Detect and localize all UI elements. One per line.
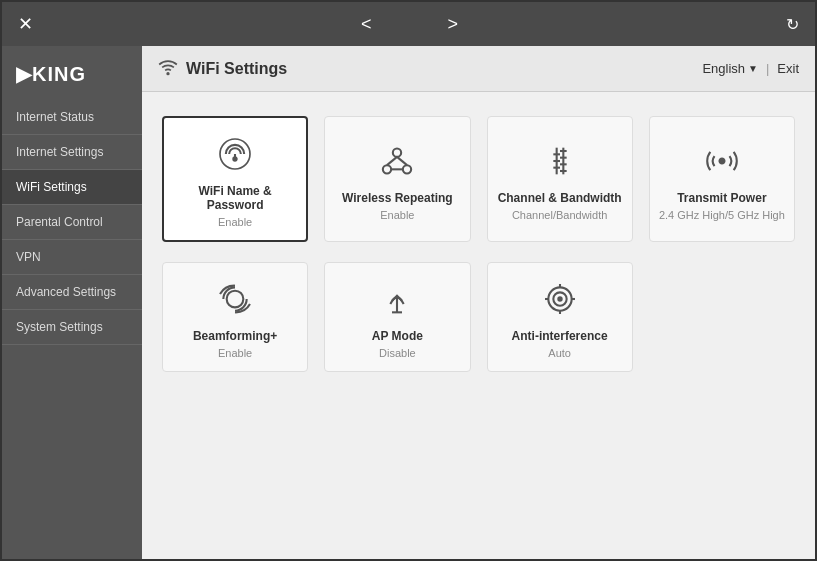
grid-item-transmit-power[interactable]: Transmit Power 2.4 GHz High/5 GHz High (649, 116, 795, 242)
header-divider: | (766, 61, 769, 76)
grid-item-beamforming[interactable]: Beamforming+ Enable (162, 262, 308, 372)
right-panel: WiFi Settings English ▼ | Exit (142, 46, 815, 559)
ap-mode-label: AP Mode (372, 329, 423, 343)
svg-point-5 (383, 165, 391, 173)
sidebar-item-system-settings[interactable]: System Settings (2, 310, 142, 345)
svg-point-4 (403, 165, 411, 173)
anti-interference-icon (540, 279, 580, 319)
app-window: ✕ < > ↻ ▶KING Internet Status Internet S… (0, 0, 817, 561)
main-content: ▶KING Internet Status Internet Settings … (2, 46, 815, 559)
panel-title: WiFi Settings (186, 60, 287, 78)
wireless-repeating-icon (377, 141, 417, 181)
wifi-name-password-icon (215, 134, 255, 174)
svg-point-3 (393, 149, 401, 157)
grid-item-wireless-repeating[interactable]: Wireless Repeating Enable (324, 116, 470, 242)
sidebar-item-wifi-settings[interactable]: WiFi Settings (2, 170, 142, 205)
anti-interference-label: Anti-interference (512, 329, 608, 343)
wifi-name-password-label: WiFi Name & Password (172, 184, 298, 212)
panel-title-area: WiFi Settings (158, 57, 287, 81)
svg-point-2 (233, 157, 236, 160)
panel-header-right: English ▼ | Exit (702, 61, 799, 76)
channel-bandwidth-icon (540, 141, 580, 181)
wireless-repeating-label: Wireless Repeating (342, 191, 453, 205)
beamforming-sub: Enable (218, 347, 252, 359)
refresh-button[interactable]: ↻ (786, 15, 799, 34)
language-selector[interactable]: English ▼ (702, 61, 758, 76)
anti-interference-sub: Auto (548, 347, 571, 359)
svg-point-18 (719, 159, 724, 164)
sidebar-item-parental-control[interactable]: Parental Control (2, 205, 142, 240)
language-label: English (702, 61, 745, 76)
svg-point-0 (167, 72, 169, 74)
svg-point-19 (227, 291, 244, 308)
grid-item-ap-mode[interactable]: AP Mode Disable (324, 262, 470, 372)
forward-button[interactable]: > (440, 10, 467, 39)
close-button[interactable]: ✕ (18, 13, 33, 35)
grid-item-channel-bandwidth[interactable]: Channel & Bandwidth Channel/Bandwidth (487, 116, 633, 242)
language-arrow-icon: ▼ (748, 63, 758, 74)
transmit-power-sub: 2.4 GHz High/5 GHz High (659, 209, 785, 221)
svg-line-6 (387, 157, 397, 165)
transmit-power-icon (702, 141, 742, 181)
beamforming-label: Beamforming+ (193, 329, 277, 343)
sidebar-item-internet-status[interactable]: Internet Status (2, 100, 142, 135)
grid-item-wifi-name-password[interactable]: WiFi Name & Password Enable (162, 116, 308, 242)
panel-header: WiFi Settings English ▼ | Exit (142, 46, 815, 92)
transmit-power-label: Transmit Power (677, 191, 766, 205)
sidebar-item-vpn[interactable]: VPN (2, 240, 142, 275)
beamforming-icon (215, 279, 255, 319)
sidebar-item-advanced-settings[interactable]: Advanced Settings (2, 275, 142, 310)
sidebar: ▶KING Internet Status Internet Settings … (2, 46, 142, 559)
channel-bandwidth-sub: Channel/Bandwidth (512, 209, 607, 221)
wireless-repeating-sub: Enable (380, 209, 414, 221)
wifi-name-password-sub: Enable (218, 216, 252, 228)
channel-bandwidth-label: Channel & Bandwidth (498, 191, 622, 205)
settings-grid: WiFi Name & Password Enable Wireless Rep… (142, 92, 815, 559)
svg-point-24 (558, 297, 561, 300)
top-bar: ✕ < > ↻ (2, 2, 815, 46)
svg-line-7 (397, 157, 407, 165)
back-button[interactable]: < (353, 10, 380, 39)
sidebar-nav: Internet Status Internet Settings WiFi S… (2, 100, 142, 345)
ap-mode-icon (377, 279, 417, 319)
wifi-header-icon (158, 57, 178, 81)
sidebar-item-internet-settings[interactable]: Internet Settings (2, 135, 142, 170)
grid-item-anti-interference[interactable]: Anti-interference Auto (487, 262, 633, 372)
exit-button[interactable]: Exit (777, 61, 799, 76)
ap-mode-sub: Disable (379, 347, 416, 359)
brand-logo: ▶KING (2, 46, 142, 100)
